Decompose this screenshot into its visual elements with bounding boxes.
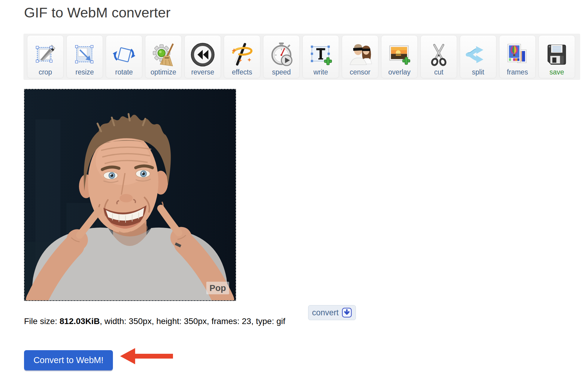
- toolbar-button-frames[interactable]: frames: [499, 35, 536, 78]
- toolbar-button-reverse[interactable]: reverse: [184, 35, 221, 78]
- toolbar-button-write[interactable]: write: [302, 35, 339, 78]
- toolbar-label-save: save: [550, 68, 564, 76]
- toolbar-label-write: write: [314, 68, 328, 76]
- crop-icon: [32, 42, 58, 68]
- optimize-icon: [150, 42, 176, 68]
- toolbar-label-overlay: overlay: [388, 68, 411, 76]
- toolbar-label-resize: resize: [75, 68, 94, 76]
- reverse-icon: [190, 42, 216, 68]
- speed-icon: [268, 42, 294, 68]
- toolbar-button-effects[interactable]: effects: [224, 35, 260, 78]
- split-icon: [465, 42, 491, 68]
- convert-menu-button[interactable]: convert: [308, 305, 356, 320]
- file-info-label: File size:: [24, 317, 59, 326]
- toolbar-label-cut: cut: [434, 68, 444, 76]
- resize-icon: [72, 42, 98, 68]
- censor-icon: [347, 42, 373, 68]
- cut-icon: [426, 42, 452, 68]
- write-icon: [308, 42, 334, 68]
- toolbar-button-crop[interactable]: crop: [27, 35, 64, 78]
- toolbar-label-split: split: [472, 68, 484, 76]
- toolbar-label-reverse: reverse: [191, 68, 214, 76]
- toolbar-button-resize[interactable]: resize: [66, 35, 103, 78]
- toolbar-button-cut[interactable]: cut: [420, 35, 457, 78]
- gif-preview-image: [25, 89, 235, 300]
- toolbar-label-speed: speed: [272, 68, 291, 76]
- convert-to-webm-button[interactable]: Convert to WebM!: [24, 350, 113, 370]
- toolbar-button-save[interactable]: save: [538, 35, 575, 78]
- file-info-details: , width: 350px, height: 350px, frames: 2…: [100, 317, 285, 326]
- file-info: File size: 812.03KiB, width: 350px, heig…: [24, 317, 285, 326]
- toolbar-button-censor[interactable]: censor: [342, 35, 378, 78]
- toolbar-label-optimize: optimize: [150, 68, 176, 76]
- toolbar-label-censor: censor: [350, 68, 370, 76]
- gif-preview: Pop: [24, 89, 236, 301]
- toolbar-button-overlay[interactable]: overlay: [381, 35, 418, 78]
- toolbar-button-speed[interactable]: speed: [263, 35, 300, 78]
- rotate-icon: [111, 42, 137, 68]
- red-arrow-annotation: [120, 347, 174, 366]
- toolbar-button-optimize[interactable]: optimize: [145, 35, 182, 78]
- toolbar-button-split[interactable]: split: [460, 35, 496, 78]
- toolbar: crop resize rotate: [23, 34, 580, 80]
- frames-icon: [505, 42, 530, 68]
- toolbar-label-rotate: rotate: [115, 68, 133, 76]
- toolbar-button-rotate[interactable]: rotate: [106, 35, 142, 78]
- watermark: Pop: [206, 282, 229, 294]
- save-icon: [544, 42, 570, 68]
- toolbar-label-crop: crop: [39, 68, 52, 76]
- arrow-down-icon: [342, 308, 352, 318]
- page-title: GIF to WebM converter: [24, 4, 171, 21]
- toolbar-label-frames: frames: [507, 68, 528, 76]
- convert-menu-label: convert: [312, 308, 339, 317]
- effects-icon: [229, 42, 255, 68]
- overlay-icon: [386, 42, 412, 68]
- file-size-value: 812.03KiB: [59, 317, 100, 326]
- toolbar-label-effects: effects: [232, 68, 252, 76]
